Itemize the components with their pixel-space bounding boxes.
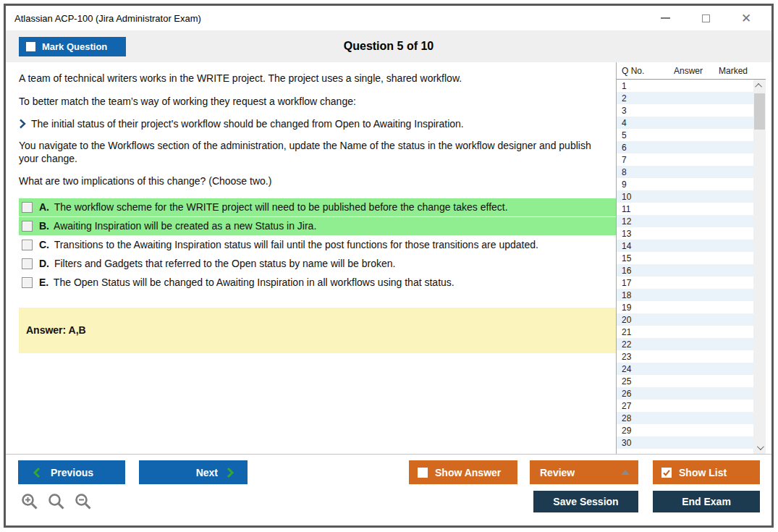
answer-option[interactable]: E. The Open Status will be changed to Aw… xyxy=(19,274,617,292)
row-qno: 12 xyxy=(617,216,664,227)
question-list-row[interactable]: 1 xyxy=(617,80,753,92)
option-checkbox[interactable] xyxy=(22,240,33,250)
option-text: B. Awaiting Inspiration will be created … xyxy=(39,220,316,232)
option-checkbox[interactable] xyxy=(22,202,33,213)
row-qno: 7 xyxy=(617,155,664,165)
question-list-row[interactable]: 3 xyxy=(617,104,753,117)
review-button[interactable]: Review xyxy=(530,460,638,484)
zoom-reset-icon[interactable] xyxy=(47,492,67,512)
previous-button[interactable]: Previous xyxy=(18,460,125,484)
question-list-row[interactable]: 18 xyxy=(617,289,753,301)
end-exam-label: End Exam xyxy=(682,496,731,507)
option-text: D. Filters and Gadgets that referred to … xyxy=(39,258,395,269)
option-text: A. The workflow scheme for the WRITE pro… xyxy=(39,201,508,213)
question-list-row[interactable]: 13 xyxy=(617,227,753,240)
row-qno: 2 xyxy=(617,93,664,104)
end-exam-button[interactable]: End Exam xyxy=(653,491,760,512)
zoom-out-icon[interactable] xyxy=(74,492,93,512)
question-list-row[interactable]: 12 xyxy=(617,215,753,227)
row-qno: 29 xyxy=(617,426,664,436)
row-qno: 22 xyxy=(617,339,664,350)
question-list-row[interactable]: 28 xyxy=(617,412,753,424)
row-qno: 4 xyxy=(617,118,664,128)
answer-box: Answer: A,B xyxy=(19,308,617,353)
question-list-row[interactable]: 22 xyxy=(617,338,753,350)
question-list-row[interactable]: 30 xyxy=(617,436,753,449)
scrollbar-thumb[interactable] xyxy=(754,93,765,130)
row-qno: 6 xyxy=(617,143,664,153)
option-checkbox[interactable] xyxy=(22,277,33,288)
question-list-row[interactable]: 23 xyxy=(617,350,753,363)
col-header-answer: Answer xyxy=(664,66,712,76)
row-qno: 23 xyxy=(617,352,664,362)
minimize-button[interactable] xyxy=(657,10,673,26)
question-list-row[interactable]: 27 xyxy=(617,400,753,412)
question-list-row[interactable]: 2 xyxy=(617,92,753,104)
question-list-scrollbar[interactable] xyxy=(753,80,766,454)
row-qno: 10 xyxy=(617,192,664,202)
question-paragraph: What are two implications of this change… xyxy=(19,175,605,188)
option-checkbox[interactable] xyxy=(22,221,33,232)
option-text: E. The Open Status will be changed to Aw… xyxy=(39,276,454,288)
show-list-checkbox[interactable] xyxy=(661,468,672,478)
show-answer-label: Show Answer xyxy=(435,467,501,478)
question-list-row[interactable]: 14 xyxy=(617,240,753,252)
toolbar: Mark Question Question 5 of 10 xyxy=(6,30,771,62)
row-qno: 15 xyxy=(617,253,664,263)
row-qno: 27 xyxy=(617,401,664,411)
question-list-row[interactable]: 17 xyxy=(617,276,753,289)
triangle-up-icon xyxy=(621,470,630,475)
answer-option[interactable]: A. The workflow scheme for the WRITE pro… xyxy=(19,198,617,216)
question-list-row[interactable]: 10 xyxy=(617,190,753,203)
question-list-row[interactable]: 21 xyxy=(617,326,753,338)
answer-option[interactable]: B. Awaiting Inspiration will be created … xyxy=(19,217,617,235)
question-list-row[interactable]: 8 xyxy=(617,166,753,178)
question-list-panel: Q No. Answer Marked 1 2 3 xyxy=(616,62,766,454)
review-label: Review xyxy=(540,467,575,478)
question-list-row[interactable]: 15 xyxy=(617,252,753,264)
question-list-row[interactable]: 19 xyxy=(617,301,753,313)
question-list-row[interactable]: 26 xyxy=(617,387,753,400)
row-qno: 18 xyxy=(617,290,664,300)
question-list-row[interactable]: 25 xyxy=(617,375,753,387)
chevron-left-icon xyxy=(33,467,41,478)
row-qno: 21 xyxy=(617,327,664,337)
question-bullet-text: The initial status of their project's wo… xyxy=(31,118,464,130)
close-button[interactable]: ✕ xyxy=(738,10,754,26)
window-title: Atlassian ACP-100 (Jira Administrator Ex… xyxy=(14,13,201,24)
previous-label: Previous xyxy=(51,467,93,478)
row-qno: 17 xyxy=(617,278,664,288)
question-list-row[interactable]: 7 xyxy=(617,153,753,166)
row-qno: 5 xyxy=(617,130,664,140)
maximize-button[interactable] xyxy=(698,10,714,26)
question-list-row[interactable]: 5 xyxy=(617,129,753,141)
answer-option[interactable]: D. Filters and Gadgets that referred to … xyxy=(19,255,617,273)
show-list-button[interactable]: Show List xyxy=(653,460,760,484)
save-session-label: Save Session xyxy=(553,496,618,507)
show-answer-button[interactable]: Show Answer xyxy=(409,460,517,484)
question-counter: Question 5 of 10 xyxy=(6,40,771,53)
col-header-marked: Marked xyxy=(712,66,754,76)
question-list-row[interactable]: 4 xyxy=(617,117,753,129)
next-button[interactable]: Next xyxy=(139,460,248,484)
question-list-row[interactable]: 24 xyxy=(617,363,753,375)
answer-label: Answer: A,B xyxy=(26,324,86,336)
question-list-row[interactable]: 16 xyxy=(617,264,753,276)
show-answer-checkbox[interactable] xyxy=(418,468,428,478)
question-list-row[interactable]: 6 xyxy=(617,141,753,153)
scroll-down-icon[interactable] xyxy=(753,442,766,454)
question-paragraph: You navigate to the Workflows section of… xyxy=(19,140,605,165)
option-checkbox[interactable] xyxy=(22,258,33,269)
save-session-button[interactable]: Save Session xyxy=(533,491,638,512)
question-list-row[interactable]: 29 xyxy=(617,424,753,436)
question-list-row[interactable]: 20 xyxy=(617,313,753,326)
zoom-in-icon[interactable] xyxy=(20,492,40,512)
col-header-qno: Q No. xyxy=(617,66,664,76)
scroll-up-icon[interactable] xyxy=(753,80,766,92)
question-list-row[interactable]: 9 xyxy=(617,178,753,190)
question-list-header: Q No. Answer Marked xyxy=(617,62,766,80)
title-bar: Atlassian ACP-100 (Jira Administrator Ex… xyxy=(6,6,771,30)
answer-option[interactable]: C. Transitions to the Awaiting Inspirati… xyxy=(19,236,617,254)
question-list-row[interactable]: 11 xyxy=(617,203,753,215)
row-qno: 16 xyxy=(617,266,664,276)
